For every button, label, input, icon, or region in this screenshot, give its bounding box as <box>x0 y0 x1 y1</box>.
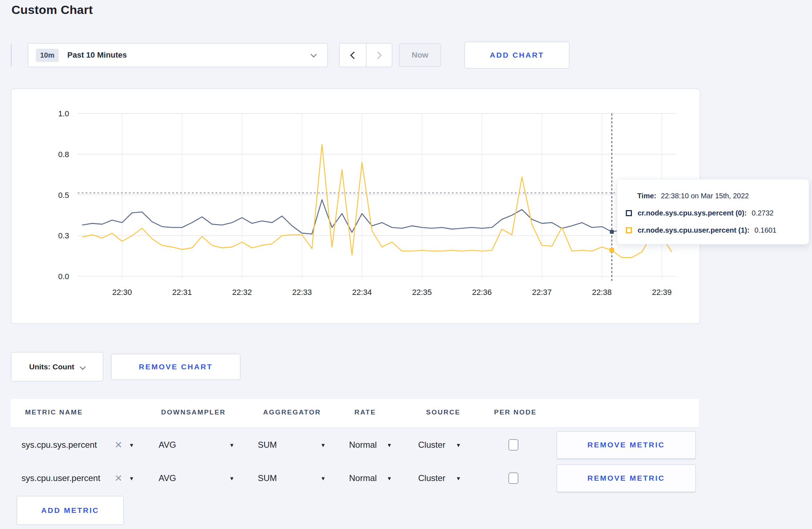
header-per-node: PER NODE <box>494 408 537 416</box>
x-axis-tick-label: 22:37 <box>532 288 552 297</box>
chevron-left-icon <box>350 51 358 59</box>
y-axis-tick-label: 0.5 <box>58 191 69 200</box>
caret-down-icon[interactable]: ▼ <box>387 475 392 481</box>
aggregator-select[interactable]: SUM <box>258 440 277 450</box>
rate-select[interactable]: Normal <box>349 440 377 450</box>
remove-metric-button[interactable]: REMOVE METRIC <box>556 464 696 492</box>
units-select[interactable]: Units: Count <box>11 352 103 382</box>
caret-down-icon[interactable]: ▼ <box>387 442 392 448</box>
caret-down-icon[interactable]: ▼ <box>456 442 461 448</box>
custom-chart-card[interactable]: 0.00.30.50.81.022:3022:3122:3222:3322:34… <box>11 88 700 324</box>
x-axis-tick-label: 22:34 <box>352 288 372 297</box>
remove-chart-label: REMOVE CHART <box>139 363 213 371</box>
metric-name-select[interactable]: sys.cpu.user.percent <box>21 473 100 483</box>
header-aggregator: AGGREGATOR <box>263 408 321 416</box>
metric-name-select[interactable]: sys.cpu.sys.percent <box>21 440 97 450</box>
header-source: SOURCE <box>426 408 460 416</box>
remove-metric-label: REMOVE METRIC <box>588 441 665 449</box>
prev-window-button[interactable] <box>340 44 366 67</box>
caret-down-icon[interactable]: ▼ <box>229 475 235 481</box>
timeseries-chart[interactable]: 0.00.30.50.81.022:3022:3122:3222:3322:34… <box>11 89 700 323</box>
remove-metric-label: REMOVE METRIC <box>588 474 665 482</box>
user-series-swatch-icon <box>626 227 632 233</box>
tooltip-sys-label: cr.node.sys.cpu.sys.percent (0): <box>638 209 747 217</box>
x-axis-tick-label: 22:36 <box>472 288 492 297</box>
chevron-right-icon <box>374 51 382 59</box>
metric-row: sys.cpu.sys.percent ✕ ▼ AVG ▼ SUM ▼ Norm… <box>11 428 699 461</box>
downsampler-select[interactable]: AVG <box>159 440 176 450</box>
add-chart-button[interactable]: ADD CHART <box>464 42 570 69</box>
y-axis-tick-label: 0.0 <box>58 272 69 281</box>
aggregator-select[interactable]: SUM <box>258 473 277 483</box>
y-axis-tick-label: 0.8 <box>58 150 69 159</box>
clear-metric-icon[interactable]: ✕ <box>115 473 122 484</box>
toolbar-divider <box>11 44 12 67</box>
metric-row: sys.cpu.user.percent ✕ ▼ AVG ▼ SUM ▼ Nor… <box>11 462 699 495</box>
caret-down-icon[interactable]: ▼ <box>320 442 326 448</box>
x-axis-tick-label: 22:33 <box>292 288 312 297</box>
y-axis-tick-label: 0.3 <box>58 231 69 240</box>
caret-down-icon[interactable]: ▼ <box>320 475 326 481</box>
time-range-label: Past 10 Minutes <box>67 50 127 60</box>
header-rate: RATE <box>354 408 376 416</box>
page-title: Custom Chart <box>11 3 93 17</box>
clear-metric-icon[interactable]: ✕ <box>115 440 122 451</box>
chevron-down-icon <box>311 52 317 58</box>
chevron-down-icon <box>80 364 86 370</box>
add-metric-label: ADD METRIC <box>41 506 99 515</box>
header-downsampler: DOWNSAMPLER <box>161 408 226 416</box>
per-node-checkbox[interactable] <box>508 439 518 451</box>
add-chart-label: ADD CHART <box>490 51 544 59</box>
tooltip-sys-value: 0.2732 <box>752 209 774 217</box>
tooltip-time-value: 22:38:10 on Mar 15th, 2022 <box>661 192 749 200</box>
source-select[interactable]: Cluster <box>418 473 445 483</box>
x-axis-tick-label: 22:38 <box>592 288 612 297</box>
time-window-nav <box>339 43 392 67</box>
time-range-badge: 10m <box>36 49 59 62</box>
y-axis-tick-label: 1.0 <box>58 109 69 118</box>
tooltip-user-label: cr.node.sys.cpu.user.percent (1): <box>638 226 749 234</box>
source-select[interactable]: Cluster <box>418 440 445 450</box>
next-window-button[interactable] <box>366 44 392 67</box>
units-label: Units: Count <box>29 363 74 371</box>
remove-metric-button[interactable]: REMOVE METRIC <box>556 431 696 459</box>
add-metric-button[interactable]: ADD METRIC <box>16 496 124 525</box>
tooltip-time-label: Time: <box>637 192 656 200</box>
x-axis-tick-label: 22:39 <box>652 288 672 297</box>
caret-down-icon[interactable]: ▼ <box>456 475 461 481</box>
tooltip-user-value: 0.1601 <box>754 226 776 234</box>
x-axis-tick-label: 22:30 <box>112 288 132 297</box>
rate-select[interactable]: Normal <box>349 473 377 483</box>
x-axis-tick-label: 22:32 <box>232 288 252 297</box>
caret-down-icon[interactable]: ▼ <box>229 442 235 448</box>
per-node-checkbox[interactable] <box>508 472 518 484</box>
caret-down-icon[interactable]: ▼ <box>129 475 134 481</box>
chart-hover-tooltip: Time: 22:38:10 on Mar 15th, 2022 cr.node… <box>617 179 809 244</box>
sys-series-swatch-icon <box>626 210 632 216</box>
x-axis-tick-label: 22:35 <box>412 288 432 297</box>
x-axis-tick-label: 22:31 <box>172 288 192 297</box>
caret-down-icon[interactable]: ▼ <box>129 442 134 448</box>
time-range-select[interactable]: 10m Past 10 Minutes <box>28 43 328 67</box>
remove-chart-button[interactable]: REMOVE CHART <box>111 354 241 380</box>
metrics-table-header: METRIC NAME DOWNSAMPLER AGGREGATOR RATE … <box>11 399 699 428</box>
header-metric-name: METRIC NAME <box>25 408 83 416</box>
downsampler-select[interactable]: AVG <box>159 473 176 483</box>
now-button[interactable]: Now <box>399 43 441 67</box>
